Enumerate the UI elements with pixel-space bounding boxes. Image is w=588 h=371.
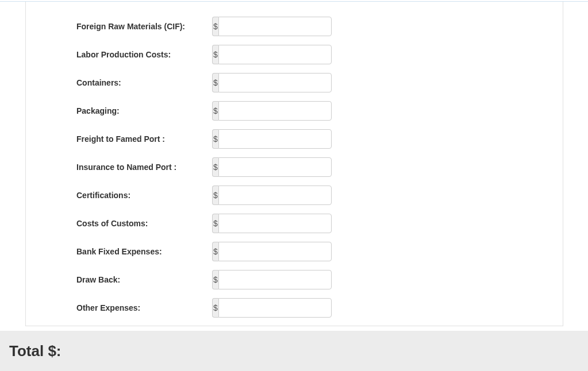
currency-prefix: $ [212, 186, 218, 205]
label-costs-of-customs: Costs of Customs: [76, 219, 212, 228]
currency-prefix: $ [212, 214, 218, 233]
input-group-insurance-to-named-port: $ [212, 157, 332, 177]
input-group-bank-fixed-expenses: $ [212, 242, 332, 261]
currency-prefix: $ [212, 157, 218, 177]
label-foreign-raw-materials: Foreign Raw Materials (CIF): [76, 22, 212, 31]
currency-prefix: $ [212, 129, 218, 149]
input-foreign-raw-materials[interactable] [218, 17, 332, 36]
label-draw-back: Draw Back: [76, 275, 212, 284]
row-containers: Containers: $ [26, 68, 563, 96]
row-bank-fixed-expenses: Bank Fixed Expenses: $ [26, 237, 563, 265]
currency-prefix: $ [212, 17, 218, 36]
currency-prefix: $ [212, 101, 218, 121]
row-other-expenses: Other Expenses: $ [26, 293, 563, 322]
label-containers: Containers: [76, 78, 212, 87]
total-bar: Total $: [0, 331, 588, 371]
input-group-other-expenses: $ [212, 298, 332, 318]
input-group-certifications: $ [212, 186, 332, 205]
input-freight-to-famed-port[interactable] [218, 129, 332, 149]
input-group-costs-of-customs: $ [212, 214, 332, 233]
cost-form-panel: Foreign Raw Materials (CIF): $ Labor Pro… [25, 2, 563, 326]
label-insurance-to-named-port: Insurance to Named Port : [76, 163, 212, 172]
input-labor-production-costs[interactable] [218, 45, 332, 64]
label-labor-production-costs: Labor Production Costs: [76, 50, 212, 59]
input-group-foreign-raw-materials: $ [212, 17, 332, 36]
row-foreign-raw-materials: Foreign Raw Materials (CIF): $ [26, 12, 563, 40]
row-labor-production-costs: Labor Production Costs: $ [26, 40, 563, 68]
row-insurance-to-named-port: Insurance to Named Port : $ [26, 153, 563, 181]
input-group-draw-back: $ [212, 270, 332, 289]
input-containers[interactable] [218, 73, 332, 92]
row-packaging: Packaging: $ [26, 96, 563, 125]
input-costs-of-customs[interactable] [218, 214, 332, 233]
label-packaging: Packaging: [76, 106, 212, 115]
input-group-packaging: $ [212, 101, 332, 121]
input-bank-fixed-expenses[interactable] [218, 242, 332, 261]
input-draw-back[interactable] [218, 270, 332, 289]
total-label: Total $: [9, 342, 62, 360]
input-group-containers: $ [212, 73, 332, 92]
input-packaging[interactable] [218, 101, 332, 121]
label-bank-fixed-expenses: Bank Fixed Expenses: [76, 247, 212, 256]
currency-prefix: $ [212, 270, 218, 289]
input-other-expenses[interactable] [218, 298, 332, 318]
row-certifications: Certifications: $ [26, 181, 563, 209]
row-costs-of-customs: Costs of Customs: $ [26, 209, 563, 237]
currency-prefix: $ [212, 242, 218, 261]
input-group-labor-production-costs: $ [212, 45, 332, 64]
input-group-freight-to-famed-port: $ [212, 129, 332, 149]
currency-prefix: $ [212, 45, 218, 64]
label-certifications: Certifications: [76, 191, 212, 200]
currency-prefix: $ [212, 298, 218, 318]
label-other-expenses: Other Expenses: [76, 303, 212, 312]
input-insurance-to-named-port[interactable] [218, 157, 332, 177]
row-draw-back: Draw Back: $ [26, 265, 563, 293]
input-certifications[interactable] [218, 186, 332, 205]
label-freight-to-famed-port: Freight to Famed Port : [76, 134, 212, 144]
row-freight-to-famed-port: Freight to Famed Port : $ [26, 125, 563, 153]
currency-prefix: $ [212, 73, 218, 92]
